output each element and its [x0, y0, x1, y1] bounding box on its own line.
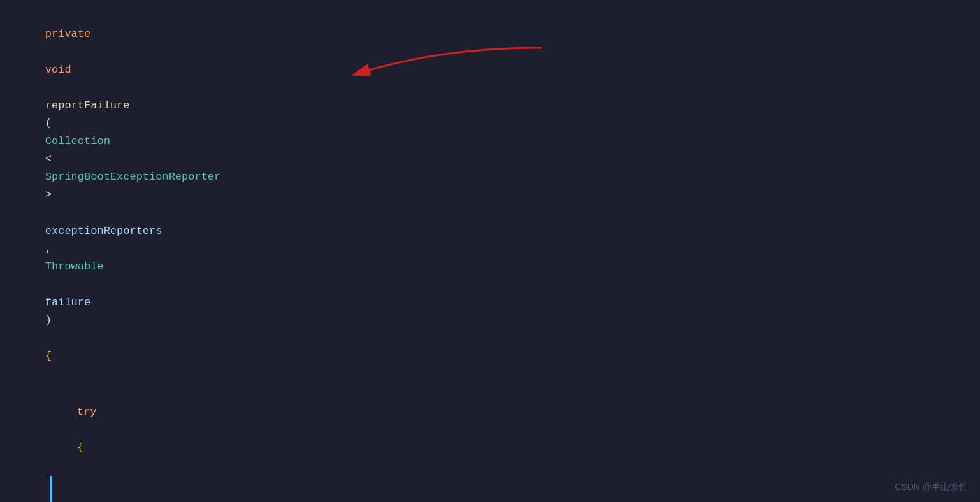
type-reporter: SpringBootExceptionReporter [45, 171, 220, 183]
comma: , [45, 243, 58, 255]
keyword-void: void [45, 64, 71, 76]
paren-close: ) [45, 314, 52, 326]
brace-open-method: { [45, 350, 52, 362]
type-throwable: Throwable [45, 261, 104, 273]
type-collection: Collection [45, 135, 110, 147]
space [45, 46, 52, 58]
keyword-try: try [77, 406, 97, 418]
brace-open-try: { [77, 441, 83, 454]
space [77, 424, 83, 436]
param-reporters: exceptionReporters [45, 225, 162, 237]
line-method-signature: private void reportFailure ( Collection … [0, 6, 980, 384]
space4 [45, 332, 52, 344]
angle-close: > [45, 189, 52, 201]
line-try: try { [0, 384, 980, 476]
keyword-private: private [45, 28, 90, 40]
space [45, 82, 52, 94]
watermark: CSDN @半山惊竹 [895, 482, 967, 493]
line-for: for ( SpringBootExceptionReporter report… [0, 476, 980, 502]
method-name: reportFailure [45, 99, 130, 111]
code-block: private void reportFailure ( Collection … [0, 0, 980, 502]
space3 [45, 278, 52, 290]
vertical-bar-for [50, 476, 52, 502]
space2 [45, 207, 52, 219]
param-failure: failure [45, 296, 90, 308]
paren-open: ( [45, 117, 52, 129]
angle-open: < [45, 153, 52, 165]
